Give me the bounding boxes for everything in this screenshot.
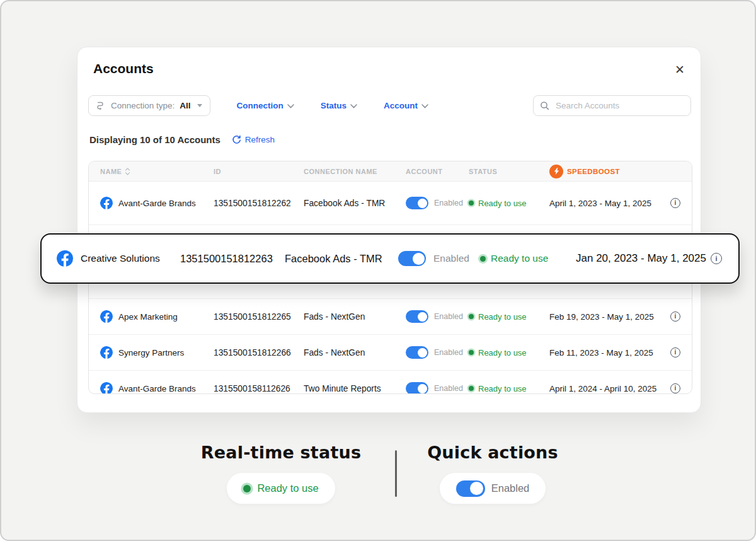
account-id: 1351500151812262: [214, 199, 304, 208]
summary-row: Displaying 10 of 10 Accounts Refresh: [89, 134, 275, 145]
account-name: Avant-Garde Brands: [118, 199, 196, 208]
status-dot-icon: [243, 485, 251, 492]
quick-actions-pill: Enabled: [440, 473, 546, 504]
chevron-down-icon: [350, 104, 357, 108]
enabled-toggle[interactable]: [456, 480, 485, 497]
footer-divider: [395, 450, 397, 497]
column-header-status: STATUS: [469, 168, 549, 175]
enabled-label: Enabled: [434, 348, 463, 357]
highlighted-account-row[interactable]: Creative Solutions 1351500151812263 Face…: [40, 233, 740, 284]
date-range: Jan 20, 2023 - May 1, 2025: [576, 252, 711, 265]
connection-dropdown-label: Connection: [237, 101, 284, 110]
displaying-count-text: Displaying 10 of 10 Accounts: [89, 134, 220, 145]
connection-name: Facebook Ads - TMR: [304, 199, 406, 208]
enabled-toggle[interactable]: [406, 346, 428, 359]
realtime-status-pill: Ready to use: [227, 473, 335, 504]
status-dropdown[interactable]: Status: [321, 101, 357, 110]
enabled-label: Enabled: [434, 384, 463, 393]
facebook-icon: [57, 250, 73, 267]
page-background: Accounts ✕ Connection type: All Connecti…: [0, 0, 756, 541]
speedboost-logo-icon: [549, 165, 563, 178]
table-row[interactable]: Avant-Garde Brands 1315500158112626 Two …: [89, 371, 692, 394]
account-dropdown[interactable]: Account: [384, 101, 428, 110]
date-range: April 1, 2024 - April 10, 2025: [549, 384, 658, 393]
status-label: Ready to use: [478, 312, 527, 322]
account-id: 1351500151812266: [214, 348, 304, 358]
close-icon[interactable]: ✕: [673, 62, 687, 76]
account-id: 1315500158112626: [214, 384, 304, 393]
table-row[interactable]: Avant-Garde Brands 1351500151812262 Face…: [89, 182, 692, 225]
account-name: Creative Solutions: [81, 253, 180, 264]
status-label: Ready to use: [491, 253, 548, 264]
facebook-icon: [100, 310, 113, 323]
caret-down-icon: [197, 104, 202, 107]
status-dot-icon: [480, 256, 486, 262]
account-id: 1351500151812265: [214, 312, 304, 322]
account-name: Apex Marketing: [118, 312, 178, 322]
status-dot-icon: [469, 201, 474, 206]
column-header-account: ACCOUNT: [406, 168, 469, 175]
accounts-modal: Accounts ✕ Connection type: All Connecti…: [77, 47, 701, 413]
enabled-label: Enabled: [433, 253, 480, 264]
search-icon: [540, 101, 549, 110]
column-header-name[interactable]: NAME: [100, 167, 214, 176]
column-header-id: ID: [214, 168, 304, 175]
info-icon[interactable]: i: [670, 383, 680, 393]
column-header-connection: CONNECTION NAME: [304, 168, 406, 175]
realtime-status-heading: Real-time status: [180, 443, 382, 462]
table-row[interactable]: Apex Marketing 1351500151812265 Fads - N…: [89, 299, 692, 335]
connection-type-filter[interactable]: Connection type: All: [88, 95, 210, 116]
date-range: April 1, 2023 - May 1, 2025: [549, 199, 658, 208]
connection-name: Fads - NextGen: [304, 312, 406, 322]
enabled-label: Enabled: [434, 312, 463, 321]
chevron-down-icon: [287, 104, 294, 108]
status-dot-icon: [469, 386, 474, 391]
connection-type-value: All: [180, 101, 190, 110]
enabled-label: Enabled: [491, 482, 530, 494]
facebook-icon: [100, 346, 113, 359]
connection-type-icon: [96, 101, 106, 110]
account-dropdown-label: Account: [384, 101, 418, 110]
status-label: Ready to use: [257, 482, 318, 494]
speedboost-brand-label: SPEEDBOOST: [567, 168, 620, 175]
info-icon[interactable]: i: [711, 253, 722, 264]
connection-name: Two Minute Reports: [304, 384, 406, 393]
facebook-icon: [100, 382, 113, 394]
refresh-button[interactable]: Refresh: [232, 135, 275, 144]
enabled-toggle[interactable]: [406, 197, 428, 209]
page-title: Accounts: [93, 61, 154, 76]
search-accounts-box: [533, 95, 691, 116]
account-name: Synergy Partners: [118, 348, 184, 358]
filter-bar: Connection type: All Connection Status A…: [88, 95, 691, 116]
enabled-label: Enabled: [434, 199, 463, 207]
connection-dropdown[interactable]: Connection: [237, 101, 294, 110]
info-icon[interactable]: i: [670, 311, 680, 322]
info-icon[interactable]: i: [670, 198, 680, 208]
search-input[interactable]: [554, 100, 684, 111]
refresh-icon: [232, 135, 241, 144]
date-range: Feb 19, 2023 - May 1, 2025: [549, 312, 658, 322]
facebook-icon: [100, 197, 113, 209]
connection-name: Fads - NextGen: [304, 348, 406, 358]
enabled-toggle[interactable]: [406, 310, 428, 323]
enabled-toggle[interactable]: [398, 251, 426, 266]
realtime-status-section: Real-time status Ready to use: [180, 443, 382, 504]
account-name: Avant-Garde Brands: [118, 384, 196, 393]
refresh-label: Refresh: [245, 135, 275, 144]
status-label: Ready to use: [478, 199, 527, 208]
table-row[interactable]: Synergy Partners 1351500151812266 Fads -…: [89, 335, 692, 371]
info-icon[interactable]: i: [670, 347, 680, 358]
connection-name: Facebook Ads - TMR: [285, 253, 398, 265]
sort-icon[interactable]: [125, 167, 130, 176]
quick-actions-heading: Quick actions: [420, 443, 566, 462]
speedboost-brand: SPEEDBOOST: [549, 165, 658, 178]
status-label: Ready to use: [478, 348, 527, 358]
enabled-toggle[interactable]: [406, 382, 428, 394]
chevron-down-icon: [421, 104, 428, 108]
connection-type-label: Connection type:: [111, 101, 175, 110]
account-id: 1351500151812263: [180, 253, 285, 265]
status-dot-icon: [469, 350, 474, 355]
date-range: Feb 11, 2023 - May 1, 2025: [549, 348, 658, 358]
quick-actions-section: Quick actions Enabled: [420, 443, 566, 504]
status-dot-icon: [469, 314, 474, 319]
